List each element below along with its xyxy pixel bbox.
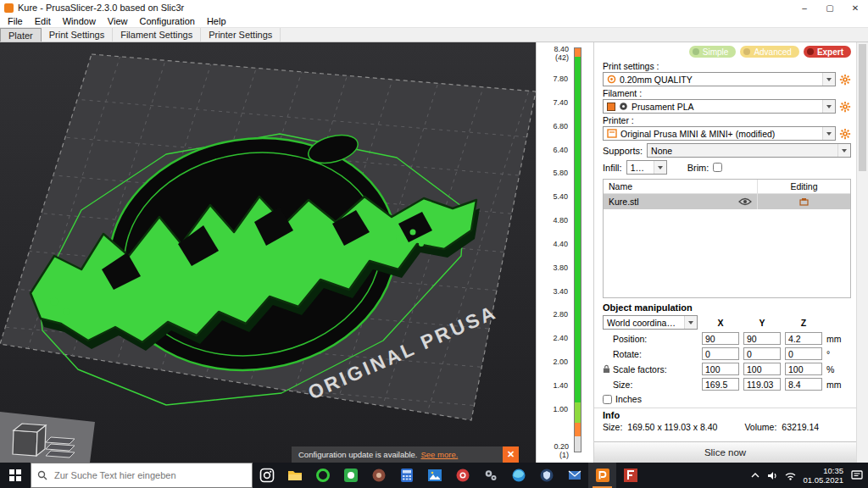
scrollbar-thumb[interactable] xyxy=(859,44,866,171)
rotate-z-input[interactable] xyxy=(785,347,822,360)
inches-checkbox[interactable] xyxy=(603,395,612,404)
close-button[interactable]: ✕ xyxy=(843,0,868,15)
mode-advanced-dot-icon xyxy=(743,48,750,55)
editing-printer-icon[interactable] xyxy=(799,197,809,207)
rotate-x-input[interactable] xyxy=(702,347,739,360)
inches-label: Inches xyxy=(615,394,642,404)
info-size-value: 169.50 x 119.03 x 8.40 xyxy=(627,422,717,432)
object-list-header-name[interactable]: Name xyxy=(604,180,757,193)
tray-network-icon[interactable] xyxy=(785,471,796,480)
filament-gear-icon[interactable] xyxy=(839,101,851,113)
menu-file[interactable]: File xyxy=(2,16,29,26)
mode-switcher: Simple Advanced Expert xyxy=(603,46,851,58)
tab-filament-settings[interactable]: Filament Settings xyxy=(113,28,201,42)
windows-taskbar: 10:35 01.05.2021 xyxy=(0,463,868,488)
menu-edit[interactable]: Edit xyxy=(29,16,57,26)
position-z-input[interactable] xyxy=(785,332,822,345)
slice-now-button[interactable]: Slice now xyxy=(594,442,856,463)
size-y-input[interactable] xyxy=(743,378,781,391)
scale-x-input[interactable] xyxy=(702,363,739,375)
position-x-input[interactable] xyxy=(702,332,739,345)
tab-plater[interactable]: Plater xyxy=(0,28,42,42)
object-row-kure[interactable]: Kure.stl xyxy=(604,194,850,209)
print-settings-gear-icon[interactable] xyxy=(839,74,851,86)
size-z-input[interactable] xyxy=(785,378,822,391)
corner-tools xyxy=(0,412,95,463)
layers-stack-icon xyxy=(46,437,75,458)
taskbar-icon-calculator[interactable] xyxy=(392,463,420,488)
layer-slider-column: 8.40 (42) 7.807.40 6.806.40 5.805.40 4.8… xyxy=(536,42,593,463)
taskbar-icon-green-ring-app[interactable] xyxy=(309,463,337,488)
visibility-eye-icon[interactable] xyxy=(738,197,752,206)
taskbar-icon-green-square-app[interactable] xyxy=(337,463,364,488)
size-x-input[interactable] xyxy=(702,378,739,391)
mode-simple-button[interactable]: Simple xyxy=(689,46,737,58)
taskbar-icon-freecad[interactable] xyxy=(616,463,644,488)
taskbar-icon-edge-browser[interactable] xyxy=(504,463,532,488)
tab-bar: Plater Print Settings Filament Settings … xyxy=(0,28,868,42)
taskbar-icon-photos[interactable] xyxy=(420,463,448,488)
info-volume-label: Volume: xyxy=(744,422,776,432)
object-name: Kure.stl xyxy=(609,197,639,207)
search-input[interactable] xyxy=(53,469,246,481)
menu-help[interactable]: Help xyxy=(201,16,232,26)
start-button[interactable] xyxy=(0,463,31,488)
menu-window[interactable]: Window xyxy=(57,16,102,26)
layer-slider-bar[interactable] xyxy=(574,47,581,452)
taskbar-icon-instagram[interactable] xyxy=(253,463,281,488)
menu-configuration[interactable]: Configuration xyxy=(133,16,200,26)
dropdown-arrow-icon xyxy=(654,161,666,174)
taskbar-icon-shield-app[interactable] xyxy=(532,463,560,488)
minimize-button[interactable]: – xyxy=(792,0,817,15)
taskbar-icon-prusaslicer[interactable] xyxy=(588,463,616,488)
printer-gear-icon[interactable] xyxy=(839,128,851,140)
supports-label: Supports: xyxy=(603,146,643,156)
info-title: Info xyxy=(603,410,851,420)
menu-view[interactable]: View xyxy=(102,16,134,26)
tray-volume-icon[interactable] xyxy=(767,471,778,480)
settings-panel: Simple Advanced Expert Print settings : … xyxy=(593,42,856,463)
tab-print-settings[interactable]: Print Settings xyxy=(42,28,113,42)
filament-label: Filament : xyxy=(603,88,851,98)
taskbar-search[interactable] xyxy=(31,463,253,488)
taskbar-icon-mail-app[interactable] xyxy=(560,463,588,488)
mode-advanced-button[interactable]: Advanced xyxy=(740,46,798,58)
object-list-header-editing[interactable]: Editing xyxy=(757,180,850,193)
brim-checkbox[interactable] xyxy=(713,163,722,172)
tray-date: 01.05.2021 xyxy=(803,475,843,485)
taskbar-icon-brown-circle-app[interactable] xyxy=(364,463,392,488)
taskbar-icon-settings-gears[interactable] xyxy=(476,463,504,488)
rotate-y-input[interactable] xyxy=(743,347,781,360)
filament-select[interactable]: Prusament PLA xyxy=(603,99,836,114)
search-icon xyxy=(37,470,47,480)
coordinates-select[interactable]: World coordinates xyxy=(603,315,698,330)
tray-chevron-up-icon[interactable] xyxy=(750,471,760,480)
filament-color-swatch xyxy=(607,103,615,111)
3d-viewport[interactable]: ORIGINAL PRUSA xyxy=(0,42,536,463)
print-settings-select[interactable]: 0.20mm QUALITY xyxy=(603,72,836,86)
printer-label: Printer : xyxy=(603,115,851,125)
taskbar-clock[interactable]: 10:35 01.05.2021 xyxy=(803,466,843,485)
maximize-button[interactable]: ▢ xyxy=(817,0,843,15)
notification-close-button[interactable]: ✕ xyxy=(503,446,519,463)
3d-viewport-canvas[interactable]: ORIGINAL PRUSA xyxy=(0,42,536,463)
dropdown-arrow-icon xyxy=(822,127,835,140)
supports-select[interactable]: None xyxy=(647,143,851,158)
taskbar-icon-file-explorer[interactable] xyxy=(281,463,309,488)
scale-z-input[interactable] xyxy=(785,363,822,375)
info-size-label: Size: xyxy=(603,422,622,432)
infill-select[interactable]: 15% xyxy=(626,160,667,175)
tab-printer-settings[interactable]: Printer Settings xyxy=(201,28,281,42)
taskbar-icon-camera-app[interactable] xyxy=(448,463,476,488)
notification-bar: Configuration update is available. See m… xyxy=(292,446,519,463)
position-y-input[interactable] xyxy=(743,332,781,345)
view-cube-icon xyxy=(13,424,46,456)
notification-see-more-link[interactable]: See more. xyxy=(420,450,458,459)
mode-expert-button[interactable]: Expert xyxy=(804,46,851,58)
action-center-icon[interactable] xyxy=(850,469,864,481)
panel-scrollbar[interactable] xyxy=(856,42,868,463)
uniform-scale-lock-icon[interactable] xyxy=(603,364,610,374)
printer-select[interactable]: Original Prusa MINI & MINI+ (modified) xyxy=(603,126,836,141)
dropdown-arrow-icon xyxy=(837,144,850,157)
scale-y-input[interactable] xyxy=(743,363,781,375)
